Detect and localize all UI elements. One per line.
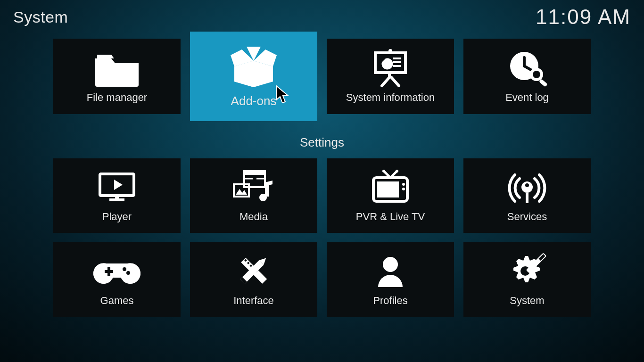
tile-games[interactable]: Games	[53, 242, 181, 317]
tile-label: Add-ons	[231, 94, 277, 108]
settings-row-2: Games	[53, 242, 591, 317]
tile-label: Profiles	[373, 295, 407, 307]
gamepad-icon	[93, 252, 140, 292]
svg-rect-8	[393, 58, 401, 59]
tile-label: Player	[102, 211, 132, 223]
clock-search-icon	[504, 49, 551, 89]
media-collection-icon	[230, 168, 277, 208]
svg-point-36	[123, 267, 126, 271]
tile-label: Event log	[505, 91, 549, 104]
open-box-icon	[228, 45, 280, 90]
tile-label: PVR & Live TV	[356, 211, 425, 223]
tile-player[interactable]: Player	[53, 158, 181, 233]
tile-pvr-live-tv[interactable]: PVR & Live TV	[327, 158, 454, 233]
top-row: File manager Add-ons	[53, 39, 591, 121]
settings-row-1: Player Media	[53, 158, 591, 233]
svg-point-30	[402, 188, 405, 190]
svg-point-25	[382, 170, 385, 173]
section-title: Settings	[300, 135, 344, 150]
header: System 11:09 AM	[0, 0, 644, 34]
tile-label: Interface	[233, 295, 274, 307]
gear-tool-icon	[504, 252, 551, 292]
tile-label: Media	[239, 211, 268, 223]
svg-point-29	[402, 183, 405, 186]
tile-label: Services	[507, 211, 547, 223]
tv-icon	[367, 168, 414, 208]
easel-chart-icon	[367, 49, 414, 89]
tile-interface[interactable]: Interface	[190, 242, 317, 317]
svg-rect-10	[393, 65, 401, 67]
tile-label: File manager	[87, 91, 147, 104]
tile-profiles[interactable]: Profiles	[327, 242, 454, 317]
folder-icon	[93, 49, 140, 89]
breadcrumb: System	[13, 8, 68, 26]
svg-point-26	[396, 170, 398, 173]
svg-point-13	[533, 71, 540, 78]
svg-rect-18	[115, 196, 119, 198]
svg-marker-22	[236, 189, 247, 195]
tile-label: Games	[100, 295, 134, 307]
tile-add-ons[interactable]: Add-ons	[190, 32, 317, 121]
tile-file-manager[interactable]: File manager	[53, 39, 181, 114]
svg-rect-21	[234, 184, 249, 197]
pencil-ruler-icon	[230, 252, 277, 292]
svg-rect-20	[244, 171, 265, 175]
tile-event-log[interactable]: Event log	[463, 39, 591, 114]
svg-marker-16	[114, 180, 123, 190]
svg-rect-28	[377, 181, 399, 197]
svg-point-7	[388, 49, 392, 53]
monitor-play-icon	[93, 168, 140, 208]
tile-services[interactable]: Services	[463, 158, 591, 233]
tile-label: System information	[346, 91, 435, 104]
tile-system[interactable]: System	[463, 242, 591, 317]
svg-rect-35	[107, 267, 110, 276]
svg-rect-9	[393, 61, 401, 63]
system-menu: File manager Add-ons	[0, 34, 644, 317]
profile-icon	[367, 252, 414, 292]
broadcast-icon	[504, 168, 551, 208]
tile-media[interactable]: Media	[190, 158, 317, 233]
tile-system-information[interactable]: System information	[327, 39, 454, 114]
tile-label: System	[510, 295, 544, 307]
svg-point-32	[525, 183, 529, 187]
svg-point-47	[383, 257, 398, 272]
clock: 11:09 AM	[536, 5, 631, 29]
svg-point-37	[126, 271, 130, 275]
svg-rect-17	[109, 198, 124, 201]
svg-rect-33	[526, 193, 528, 203]
